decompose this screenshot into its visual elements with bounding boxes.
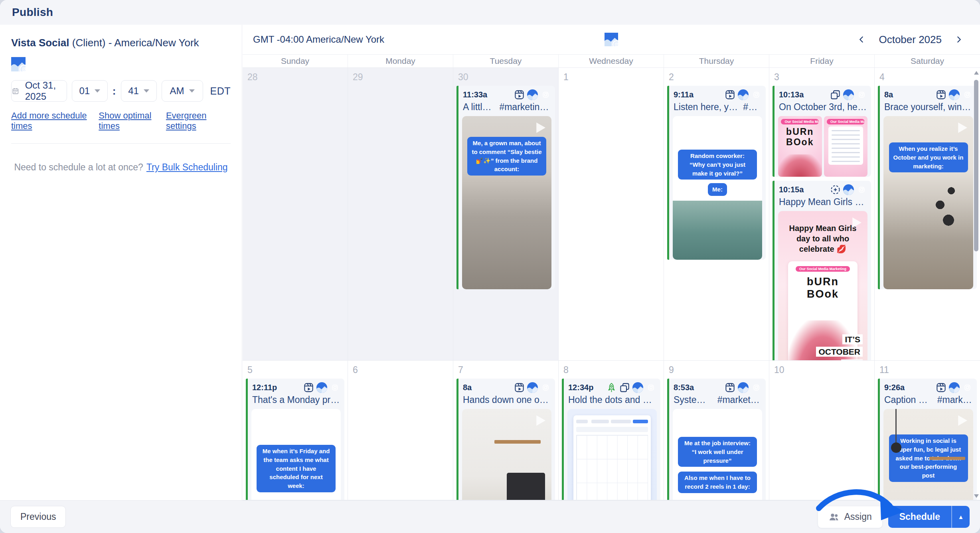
avatar-icon [527,89,538,100]
composer-panel: Vista Social (Client) - America/New York… [0,25,242,500]
bulk-scheduling-hint: Need to schedule a lot at once?Try Bulk … [11,162,231,173]
carousel-icon [619,382,630,393]
date-number: 2 [667,70,766,86]
date-number: 1 [562,70,660,86]
instagram-icon [540,89,551,100]
chevron-left-icon[interactable] [856,34,867,45]
date-number: 10 [773,363,871,379]
calendar-header: GMT -04:00 America/New York October 2025 [243,25,980,54]
burn-book-cover-card: Our Social Media Marketing bURn BOok [778,116,822,177]
day-cell-sep28[interactable]: 28 [243,68,348,361]
wall-shelf [929,457,965,460]
vista-social-app: Publish Vista Social (Client) - America/… [0,0,980,533]
calendar-timezone-label: GMT -04:00 America/New York [253,34,384,45]
instagram-badge-icon [613,41,620,48]
hour-select[interactable]: 01 [72,80,108,102]
post-thumbnail: Me, a grown man, about to comment “Slay … [462,116,551,289]
scheduled-post[interactable]: 8a Brace yourself, winter is comin... W [878,86,977,289]
weekday-header-row: Sunday Monday Tuesday Wednesday Thursday… [243,54,980,68]
assign-button[interactable]: Assign [818,506,883,528]
post-hashtag: #marketingh... [717,395,761,405]
weekday-thursday: Thursday [664,55,769,67]
scheduled-post[interactable]: 11:33a A little BTS #marketinghum... [456,86,555,289]
day-cell-oct7[interactable]: 7 8a Hands down one of the top 3 ... [453,361,559,500]
post-caption: Hold the dots and scroll to pla... [568,395,656,405]
wall-shelf [494,440,541,444]
scroll-down-arrow-icon[interactable] [974,494,979,498]
thumbnail-caption-bubble: Me: [708,183,727,196]
time-colon: : [113,85,116,97]
avatar-icon [738,382,749,393]
minute-select[interactable]: 41 [121,80,157,102]
chevron-down-icon [95,89,100,93]
day-cell-sep29[interactable]: 29 [348,68,453,361]
day-cell-oct5[interactable]: 5 12:11p That's a Monday problem 😂 ... [243,361,348,500]
scrollbar-thumb[interactable] [974,80,978,251]
carousel-icon [830,89,841,100]
post-caption: Listen here, you little... [674,102,739,113]
meridiem-select[interactable]: AM [162,80,203,102]
post-hashtag: #marketi... [937,395,972,405]
mini-calendar-screenshot [573,415,651,500]
schedule-button[interactable]: Schedule [888,506,951,528]
post-thumbnail: When you realize it’s October and you wo… [883,116,973,289]
thumbnail-pill-label: Our Social Media Marketing Burn Book [827,119,865,124]
day-cell-oct6[interactable]: 6 [348,361,453,500]
scheduled-post[interactable]: 8:53a System error #marketingh... [667,379,766,500]
scheduled-post[interactable]: 10:13a On October 3rd, he asked me ... [773,86,871,177]
post-time: 12:11p [252,383,277,392]
assign-label: Assign [844,511,872,522]
profile-name: Vista Social [11,37,69,49]
calendar-icon [12,86,20,96]
date-input[interactable]: Oct 31, 2025 [11,80,67,102]
post-caption: Happy Mean Girls day to all w... [779,197,867,207]
play-icon [321,412,338,429]
day-cell-oct1[interactable]: 1 [559,68,664,361]
timezone-abbrev: EDT [210,85,231,97]
day-cell-oct11[interactable]: 11 9:26a Caption 😃 👍 #mar [875,361,980,500]
add-more-times-link[interactable]: Add more schedule times [11,111,99,131]
calendar-profile-avatar[interactable] [605,33,618,46]
day-cell-oct8[interactable]: 8 12:34p Hold the dots a [559,361,664,500]
day-cell-sep30[interactable]: 30 11:33a A little BTS #mar [453,68,559,361]
scheduled-post[interactable]: 10:15a Happy Mean Girls day to all w... [773,181,871,361]
bulk-hint-text: Need to schedule a lot at once? [14,162,143,172]
play-icon [531,412,548,429]
post-time: 10:15a [779,185,804,194]
post-time: 9:11a [674,90,694,99]
post-thumbnail [462,409,551,500]
thumbnail-caption-bubble: Random coworker: “Why can’t you just mak… [678,150,757,180]
bulk-scheduling-link[interactable]: Try Bulk Scheduling [146,162,228,172]
vertical-scrollbar[interactable] [974,68,979,499]
instagram-icon [856,184,867,195]
scroll-up-arrow-icon[interactable] [974,71,979,75]
scheduled-post[interactable]: 8a Hands down one of the top 3 ... [456,379,555,500]
schedule-dropdown-toggle[interactable]: ▲ [951,506,970,528]
tv-screen [507,473,545,500]
show-optimal-times-link[interactable]: Show optimal times [99,111,166,131]
post-time: 10:13a [779,90,804,99]
previous-button[interactable]: Previous [10,506,66,528]
day-cell-oct9[interactable]: 9 8:53a System error #marke [664,361,769,500]
scheduled-post[interactable]: 12:11p That's a Monday problem 😂 ... M [246,379,344,500]
date-number: 3 [773,70,871,86]
chevron-right-icon[interactable] [954,34,964,45]
minute-value: 41 [128,85,139,97]
day-cell-oct4[interactable]: 4 8a Brace yourself, winter is comin... [875,68,980,361]
play-icon [742,119,759,136]
story-plus-icon [830,184,841,195]
weekday-wednesday: Wednesday [559,55,664,67]
day-cell-oct10[interactable]: 10 [769,361,875,500]
day-cell-oct3[interactable]: 3 10:13a On October 3rd, he asked me ... [769,68,875,361]
date-number: 28 [246,70,344,86]
profile-avatar[interactable] [11,57,26,71]
scheduled-post[interactable]: 9:26a Caption 😃 👍 #marketi... [878,379,977,500]
scheduled-post[interactable]: 12:34p Hold the dots and scroll to pla..… [562,379,660,500]
scheduled-post[interactable]: 9:11a Listen here, you little... #ma... [667,86,766,260]
calendar-grid: 28 29 30 11:33a [243,68,980,500]
avatar-icon [738,89,749,100]
evergreen-settings-link[interactable]: Evergreen settings [166,111,231,131]
day-cell-oct2[interactable]: 2 9:11a Listen here, you little... [664,68,769,361]
calendar-week-1: 28 29 30 11:33a [243,68,980,361]
post-thumbnail: Me at the job interview: “I work well un… [673,409,762,500]
